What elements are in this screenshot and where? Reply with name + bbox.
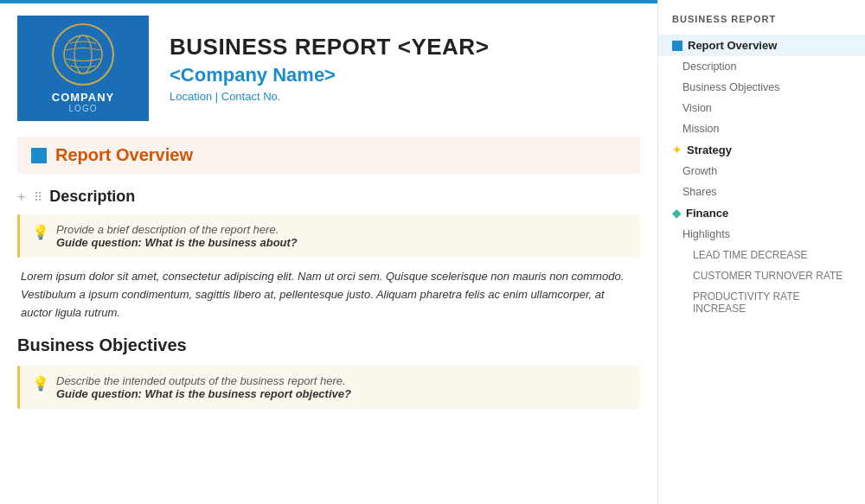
sidebar-item-description[interactable]: Description [658,56,865,77]
company-name: <Company Name> [170,64,489,86]
star-icon: ✦ [672,144,682,156]
logo-circle [52,23,114,86]
logo-svg [61,33,105,76]
sidebar-label-business-objectives: Business Objectives [682,81,780,93]
sidebar: BUSINESS REPORT Report Overview Descript… [657,0,865,504]
sidebar-item-productivity[interactable]: PRODUCTIVITY RATE INCREASE [658,286,865,319]
biz-obj-hint-box: 💡 Describe the intended outputs of the b… [17,366,640,409]
sidebar-item-shares[interactable]: Shares [658,182,865,202]
business-objectives-section: 💡 Describe the intended outputs of the b… [0,366,657,409]
sidebar-item-customer-turnover[interactable]: CUSTOMER TURNOVER RATE [658,265,865,286]
company-logo: COMPANY LOGO [17,16,149,121]
sidebar-header: BUSINESS REPORT [658,14,865,35]
biz-obj-hint-text: Describe the intended outputs of the bus… [56,374,351,400]
biz-bulb-icon: 💡 [32,375,49,392]
report-title: BUSINESS REPORT <YEAR> [170,34,489,61]
business-objectives-title: Business Objectives [0,335,657,355]
description-hint-box: 💡 Provide a brief description of the rep… [17,214,640,258]
sidebar-item-mission[interactable]: Mission [658,118,865,139]
sidebar-item-report-overview[interactable]: Report Overview [658,35,865,56]
sidebar-item-highlights[interactable]: Highlights [658,224,865,245]
description-hint-text: Provide a brief description of the repor… [56,223,298,249]
sidebar-label-mission: Mission [682,123,719,135]
sidebar-label-finance: Finance [686,207,728,220]
sidebar-label-productivity: PRODUCTIVITY RATE INCREASE [693,290,851,315]
report-overview-header: Report Overview [17,137,640,174]
sidebar-item-business-objectives[interactable]: Business Objectives [658,77,865,98]
main-content: COMPANY LOGO BUSINESS REPORT <YEAR> <Com… [0,0,657,504]
diamond-icon: ◆ [672,207,681,220]
overview-title: Report Overview [55,145,193,165]
bulb-icon: 💡 [32,224,49,240]
sidebar-label-vision: Vision [682,102,712,114]
sidebar-item-vision[interactable]: Vision [658,98,865,118]
sidebar-label-growth: Growth [682,165,717,177]
sidebar-item-strategy[interactable]: ✦ Strategy [658,139,865,161]
sidebar-label-customer-turnover: CUSTOMER TURNOVER RATE [693,270,843,282]
description-title: Description [49,188,135,206]
drag-handle[interactable]: ⠿ [34,190,42,204]
add-icon[interactable]: + [17,189,25,205]
logo-sub-text: LOGO [69,104,98,113]
blue-square-icon [672,41,682,51]
sidebar-label-shares: Shares [682,186,717,198]
location-contact: Location | Contact No. [170,90,489,103]
logo-company-text: COMPANY [52,91,114,104]
description-title-row: + ⠿ Description [17,188,640,206]
page-header: COMPANY LOGO BUSINESS REPORT <YEAR> <Com… [0,0,657,137]
sidebar-item-finance[interactable]: ◆ Finance [658,202,865,224]
overview-icon [31,148,47,163]
header-title-block: BUSINESS REPORT <YEAR> <Company Name> Lo… [170,34,489,103]
description-section: + ⠿ Description 💡 Provide a brief descri… [0,188,657,322]
sidebar-item-growth[interactable]: Growth [658,161,865,182]
sidebar-item-lead-time[interactable]: LEAD TIME DECREASE [658,245,865,265]
sidebar-label-description: Description [682,61,737,73]
sidebar-label-highlights: Highlights [682,228,730,240]
sidebar-label-lead-time: LEAD TIME DECREASE [693,249,807,261]
description-body: Lorem ipsum dolor sit amet, consectetur … [17,268,640,322]
sidebar-label-strategy: Strategy [687,144,732,156]
top-accent-bar [0,0,657,3]
sidebar-label-report-overview: Report Overview [688,39,777,52]
